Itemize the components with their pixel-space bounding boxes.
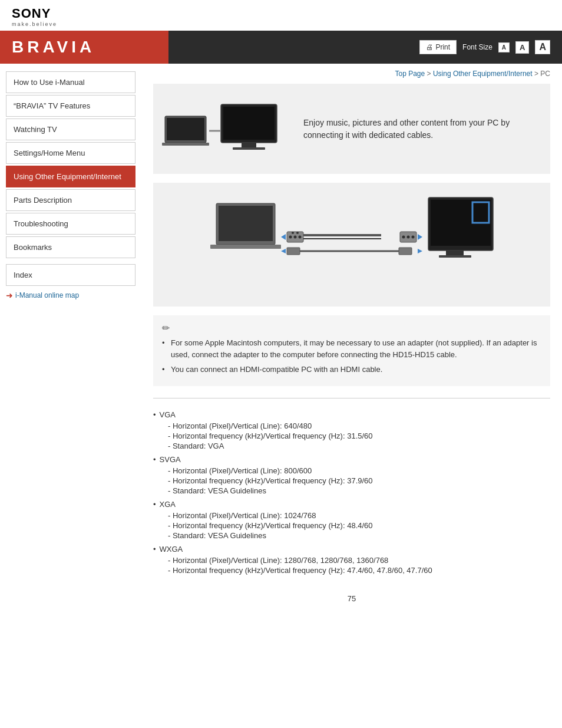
spec-svga-item-0: Horizontal (Pixel)/Vertical (Line): 800/… — [153, 466, 550, 475]
sidebar-item-watching-tv[interactable]: Watching TV — [6, 118, 135, 140]
font-size-medium-button[interactable]: A — [515, 41, 529, 54]
svg-rect-28 — [446, 251, 464, 255]
svg-rect-34 — [399, 248, 412, 255]
spec-wxga-item-1: Horizontal frequency (kHz)/Vertical freq… — [153, 566, 550, 575]
svg-rect-1 — [167, 118, 204, 140]
bravia-banner: BRAVIA 🖨 Print Font Size A A A — [0, 31, 562, 64]
spec-svga-name: SVGA — [153, 455, 550, 464]
font-size-large-button[interactable]: A — [535, 40, 550, 54]
spec-group-wxga: WXGA Horizontal (Pixel)/Vertical (Line):… — [153, 545, 550, 575]
notes-icon: ✏ — [162, 322, 541, 334]
sidebar-item-using-other[interactable]: Using Other Equipment/Internet — [6, 166, 135, 187]
svg-point-12 — [289, 236, 292, 239]
spec-svga-item-2: Standard: VESA Guidelines — [153, 486, 550, 495]
breadcrumb-sep2: > — [533, 70, 541, 78]
sidebar-item-parts-description[interactable]: Parts Description — [6, 189, 135, 211]
hero-section: Enjoy music, pictures and other content … — [153, 84, 550, 174]
print-button[interactable]: 🖨 Print — [419, 40, 457, 54]
header: SONY make.believe — [0, 0, 562, 31]
banner-right: 🖨 Print Font Size A A A — [419, 40, 550, 54]
note-item-2: You can connect an HDMI-compatible PC wi… — [162, 364, 541, 375]
sidebar-item-troubleshooting[interactable]: Troubleshooting — [6, 213, 135, 235]
svg-rect-4 — [223, 107, 275, 140]
svg-rect-9 — [219, 206, 273, 241]
svg-point-24 — [412, 236, 415, 239]
sidebar-item-how-to-use[interactable]: How to Use i-Manual — [6, 71, 135, 93]
note-item-1: For some Apple Macintosh computers, it m… — [162, 337, 541, 360]
spec-xga-item-2: Standard: VESA Guidelines — [153, 531, 550, 540]
spec-wxga-name: WXGA — [153, 545, 550, 554]
breadcrumb-top-page[interactable]: Top Page — [395, 70, 425, 78]
sony-tagline: make.believe — [12, 21, 550, 27]
arrow-icon: ➜ — [6, 291, 13, 300]
hero-description: Enjoy music, pictures and other content … — [303, 117, 541, 141]
spec-vga-name: VGA — [153, 410, 550, 419]
svg-point-23 — [407, 236, 410, 239]
page-number: 75 — [153, 594, 550, 603]
spec-vga-item-1: Horizontal frequency (kHz)/Vertical freq… — [153, 431, 550, 440]
spec-svga-item-1: Horizontal frequency (kHz)/Vertical freq… — [153, 476, 550, 485]
spec-xga-name: XGA — [153, 500, 550, 509]
svg-rect-30 — [287, 248, 300, 255]
svg-rect-2 — [162, 143, 209, 146]
online-map-label: i-Manual online map — [15, 291, 79, 299]
spec-group-vga: VGA Horizontal (Pixel)/Vertical (Line): … — [153, 410, 550, 450]
breadcrumb: Top Page > Using Other Equipment/Interne… — [153, 70, 550, 78]
svg-marker-20 — [418, 234, 422, 240]
spec-group-xga: XGA Horizontal (Pixel)/Vertical (Line): … — [153, 500, 550, 540]
breadcrumb-using-other[interactable]: Using Other Equipment/Internet — [433, 70, 533, 78]
svg-rect-10 — [210, 245, 281, 249]
sidebar: How to Use i-Manual “BRAVIA” TV Features… — [0, 64, 141, 609]
sony-logo: SONY — [12, 6, 550, 21]
online-map-link[interactable]: ➜ i-Manual online map — [6, 291, 135, 300]
svg-point-15 — [292, 232, 294, 234]
sidebar-item-settings-home[interactable]: Settings/Home Menu — [6, 142, 135, 164]
bravia-title: BRAVIA — [12, 38, 95, 57]
svg-point-14 — [299, 236, 302, 239]
section-divider — [153, 398, 550, 398]
spec-wxga-item-0: Horizontal (Pixel)/Vertical (Line): 1280… — [153, 556, 550, 565]
tv-laptop-illustration — [162, 93, 280, 163]
svg-rect-6 — [233, 147, 265, 150]
sidebar-item-bravia-features[interactable]: “BRAVIA” TV Features — [6, 95, 135, 117]
print-label: Print — [435, 43, 450, 51]
notes-section: ✏ For some Apple Macintosh computers, it… — [153, 315, 550, 386]
breadcrumb-current: PC — [540, 70, 550, 78]
specs-section: VGA Horizontal (Pixel)/Vertical (Line): … — [153, 407, 550, 582]
connection-diagram — [204, 192, 499, 298]
hero-image — [162, 93, 292, 165]
spec-group-svga: SVGA Horizontal (Pixel)/Vertical (Line):… — [153, 455, 550, 495]
diagram-section — [153, 183, 550, 307]
print-icon: 🖨 — [426, 43, 433, 51]
svg-point-22 — [402, 236, 405, 239]
svg-rect-5 — [242, 143, 256, 147]
svg-marker-32 — [281, 249, 286, 253]
svg-rect-29 — [439, 255, 471, 258]
breadcrumb-sep1: > — [425, 70, 433, 78]
svg-point-16 — [296, 232, 299, 234]
svg-point-13 — [294, 236, 297, 239]
sidebar-item-index[interactable]: Index — [6, 264, 135, 286]
spec-xga-item-1: Horizontal frequency (kHz)/Vertical freq… — [153, 521, 550, 530]
content-area: Top Page > Using Other Equipment/Interne… — [141, 64, 562, 609]
sidebar-item-bookmarks[interactable]: Bookmarks — [6, 236, 135, 258]
main-layout: How to Use i-Manual “BRAVIA” TV Features… — [0, 64, 562, 609]
font-size-label: Font Size — [462, 43, 492, 51]
spec-vga-item-2: Standard: VGA — [153, 442, 550, 450]
svg-marker-33 — [418, 249, 422, 253]
spec-xga-item-0: Horizontal (Pixel)/Vertical (Line): 1024… — [153, 511, 550, 520]
svg-marker-17 — [281, 234, 286, 240]
font-size-small-button[interactable]: A — [498, 42, 510, 52]
spec-vga-item-0: Horizontal (Pixel)/Vertical (Line): 640/… — [153, 421, 550, 430]
